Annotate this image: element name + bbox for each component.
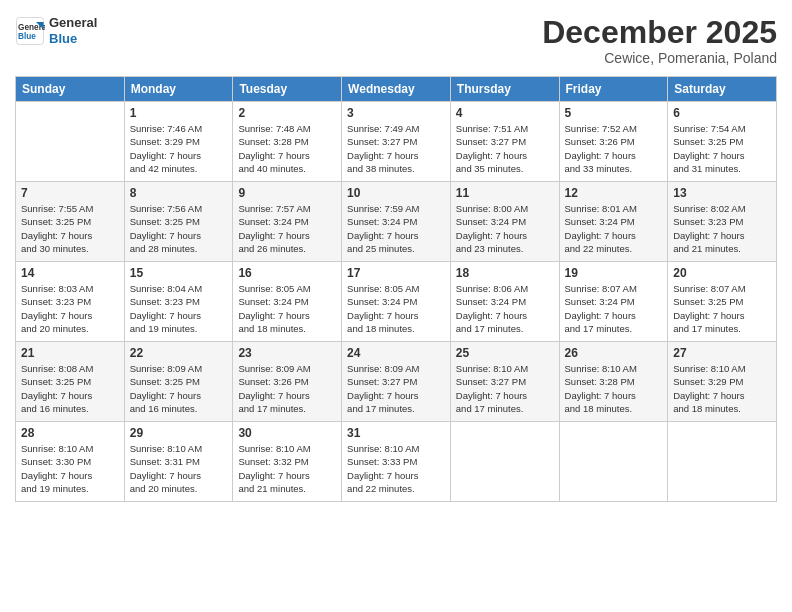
day-number: 22 bbox=[130, 346, 228, 360]
week-row-3: 14Sunrise: 8:03 AMSunset: 3:23 PMDayligh… bbox=[16, 262, 777, 342]
week-row-5: 28Sunrise: 8:10 AMSunset: 3:30 PMDayligh… bbox=[16, 422, 777, 502]
calendar-cell: 3Sunrise: 7:49 AMSunset: 3:27 PMDaylight… bbox=[342, 102, 451, 182]
calendar-table: SundayMondayTuesdayWednesdayThursdayFrid… bbox=[15, 76, 777, 502]
calendar-cell: 2Sunrise: 7:48 AMSunset: 3:28 PMDaylight… bbox=[233, 102, 342, 182]
calendar-cell: 26Sunrise: 8:10 AMSunset: 3:28 PMDayligh… bbox=[559, 342, 668, 422]
calendar-cell: 28Sunrise: 8:10 AMSunset: 3:30 PMDayligh… bbox=[16, 422, 125, 502]
col-header-thursday: Thursday bbox=[450, 77, 559, 102]
day-number: 25 bbox=[456, 346, 554, 360]
calendar-cell: 17Sunrise: 8:05 AMSunset: 3:24 PMDayligh… bbox=[342, 262, 451, 342]
day-number: 17 bbox=[347, 266, 445, 280]
day-info: Sunrise: 8:01 AMSunset: 3:24 PMDaylight:… bbox=[565, 202, 663, 255]
week-row-1: 1Sunrise: 7:46 AMSunset: 3:29 PMDaylight… bbox=[16, 102, 777, 182]
calendar-cell bbox=[559, 422, 668, 502]
day-number: 12 bbox=[565, 186, 663, 200]
day-info: Sunrise: 7:57 AMSunset: 3:24 PMDaylight:… bbox=[238, 202, 336, 255]
day-number: 3 bbox=[347, 106, 445, 120]
header-row: SundayMondayTuesdayWednesdayThursdayFrid… bbox=[16, 77, 777, 102]
calendar-cell: 9Sunrise: 7:57 AMSunset: 3:24 PMDaylight… bbox=[233, 182, 342, 262]
day-info: Sunrise: 7:52 AMSunset: 3:26 PMDaylight:… bbox=[565, 122, 663, 175]
day-number: 4 bbox=[456, 106, 554, 120]
calendar-cell: 18Sunrise: 8:06 AMSunset: 3:24 PMDayligh… bbox=[450, 262, 559, 342]
day-info: Sunrise: 7:51 AMSunset: 3:27 PMDaylight:… bbox=[456, 122, 554, 175]
day-number: 9 bbox=[238, 186, 336, 200]
title-block: December 2025 Cewice, Pomerania, Poland bbox=[542, 15, 777, 66]
day-number: 1 bbox=[130, 106, 228, 120]
day-info: Sunrise: 8:08 AMSunset: 3:25 PMDaylight:… bbox=[21, 362, 119, 415]
calendar-cell bbox=[668, 422, 777, 502]
day-info: Sunrise: 8:05 AMSunset: 3:24 PMDaylight:… bbox=[347, 282, 445, 335]
logo-text: General Blue bbox=[49, 15, 97, 46]
day-info: Sunrise: 8:10 AMSunset: 3:33 PMDaylight:… bbox=[347, 442, 445, 495]
calendar-cell: 22Sunrise: 8:09 AMSunset: 3:25 PMDayligh… bbox=[124, 342, 233, 422]
calendar-cell: 10Sunrise: 7:59 AMSunset: 3:24 PMDayligh… bbox=[342, 182, 451, 262]
day-info: Sunrise: 8:10 AMSunset: 3:27 PMDaylight:… bbox=[456, 362, 554, 415]
day-number: 6 bbox=[673, 106, 771, 120]
calendar-cell: 12Sunrise: 8:01 AMSunset: 3:24 PMDayligh… bbox=[559, 182, 668, 262]
logo-blue: Blue bbox=[49, 31, 77, 46]
day-info: Sunrise: 8:06 AMSunset: 3:24 PMDaylight:… bbox=[456, 282, 554, 335]
day-number: 2 bbox=[238, 106, 336, 120]
day-info: Sunrise: 8:00 AMSunset: 3:24 PMDaylight:… bbox=[456, 202, 554, 255]
logo-general: General bbox=[49, 15, 97, 30]
day-number: 8 bbox=[130, 186, 228, 200]
week-row-2: 7Sunrise: 7:55 AMSunset: 3:25 PMDaylight… bbox=[16, 182, 777, 262]
logo: General Blue General Blue bbox=[15, 15, 97, 46]
day-number: 23 bbox=[238, 346, 336, 360]
week-row-4: 21Sunrise: 8:08 AMSunset: 3:25 PMDayligh… bbox=[16, 342, 777, 422]
calendar-cell: 6Sunrise: 7:54 AMSunset: 3:25 PMDaylight… bbox=[668, 102, 777, 182]
day-number: 27 bbox=[673, 346, 771, 360]
day-number: 16 bbox=[238, 266, 336, 280]
calendar-cell: 30Sunrise: 8:10 AMSunset: 3:32 PMDayligh… bbox=[233, 422, 342, 502]
day-info: Sunrise: 8:10 AMSunset: 3:32 PMDaylight:… bbox=[238, 442, 336, 495]
calendar-cell: 14Sunrise: 8:03 AMSunset: 3:23 PMDayligh… bbox=[16, 262, 125, 342]
logo-icon: General Blue bbox=[15, 16, 45, 46]
calendar-cell: 21Sunrise: 8:08 AMSunset: 3:25 PMDayligh… bbox=[16, 342, 125, 422]
day-number: 15 bbox=[130, 266, 228, 280]
calendar-cell: 29Sunrise: 8:10 AMSunset: 3:31 PMDayligh… bbox=[124, 422, 233, 502]
day-number: 13 bbox=[673, 186, 771, 200]
day-number: 5 bbox=[565, 106, 663, 120]
day-number: 28 bbox=[21, 426, 119, 440]
day-number: 26 bbox=[565, 346, 663, 360]
calendar-cell: 31Sunrise: 8:10 AMSunset: 3:33 PMDayligh… bbox=[342, 422, 451, 502]
col-header-tuesday: Tuesday bbox=[233, 77, 342, 102]
calendar-cell: 19Sunrise: 8:07 AMSunset: 3:24 PMDayligh… bbox=[559, 262, 668, 342]
calendar-cell: 11Sunrise: 8:00 AMSunset: 3:24 PMDayligh… bbox=[450, 182, 559, 262]
day-number: 14 bbox=[21, 266, 119, 280]
col-header-monday: Monday bbox=[124, 77, 233, 102]
col-header-friday: Friday bbox=[559, 77, 668, 102]
day-info: Sunrise: 7:54 AMSunset: 3:25 PMDaylight:… bbox=[673, 122, 771, 175]
day-info: Sunrise: 7:48 AMSunset: 3:28 PMDaylight:… bbox=[238, 122, 336, 175]
day-number: 18 bbox=[456, 266, 554, 280]
calendar-cell: 27Sunrise: 8:10 AMSunset: 3:29 PMDayligh… bbox=[668, 342, 777, 422]
calendar-cell: 1Sunrise: 7:46 AMSunset: 3:29 PMDaylight… bbox=[124, 102, 233, 182]
day-info: Sunrise: 7:55 AMSunset: 3:25 PMDaylight:… bbox=[21, 202, 119, 255]
day-info: Sunrise: 8:10 AMSunset: 3:28 PMDaylight:… bbox=[565, 362, 663, 415]
calendar-cell: 20Sunrise: 8:07 AMSunset: 3:25 PMDayligh… bbox=[668, 262, 777, 342]
day-info: Sunrise: 8:07 AMSunset: 3:25 PMDaylight:… bbox=[673, 282, 771, 335]
day-info: Sunrise: 8:10 AMSunset: 3:31 PMDaylight:… bbox=[130, 442, 228, 495]
day-info: Sunrise: 7:56 AMSunset: 3:25 PMDaylight:… bbox=[130, 202, 228, 255]
day-number: 29 bbox=[130, 426, 228, 440]
day-info: Sunrise: 8:04 AMSunset: 3:23 PMDaylight:… bbox=[130, 282, 228, 335]
day-info: Sunrise: 8:10 AMSunset: 3:29 PMDaylight:… bbox=[673, 362, 771, 415]
col-header-wednesday: Wednesday bbox=[342, 77, 451, 102]
calendar-cell: 23Sunrise: 8:09 AMSunset: 3:26 PMDayligh… bbox=[233, 342, 342, 422]
day-info: Sunrise: 8:07 AMSunset: 3:24 PMDaylight:… bbox=[565, 282, 663, 335]
calendar-cell: 16Sunrise: 8:05 AMSunset: 3:24 PMDayligh… bbox=[233, 262, 342, 342]
month-title: December 2025 bbox=[542, 15, 777, 50]
calendar-cell bbox=[450, 422, 559, 502]
day-info: Sunrise: 7:46 AMSunset: 3:29 PMDaylight:… bbox=[130, 122, 228, 175]
day-number: 7 bbox=[21, 186, 119, 200]
day-number: 19 bbox=[565, 266, 663, 280]
calendar-cell bbox=[16, 102, 125, 182]
page-container: General Blue General Blue December 2025 … bbox=[0, 0, 792, 612]
day-number: 11 bbox=[456, 186, 554, 200]
day-number: 20 bbox=[673, 266, 771, 280]
day-info: Sunrise: 8:10 AMSunset: 3:30 PMDaylight:… bbox=[21, 442, 119, 495]
day-number: 21 bbox=[21, 346, 119, 360]
header: General Blue General Blue December 2025 … bbox=[15, 15, 777, 66]
day-info: Sunrise: 8:09 AMSunset: 3:25 PMDaylight:… bbox=[130, 362, 228, 415]
day-info: Sunrise: 8:03 AMSunset: 3:23 PMDaylight:… bbox=[21, 282, 119, 335]
